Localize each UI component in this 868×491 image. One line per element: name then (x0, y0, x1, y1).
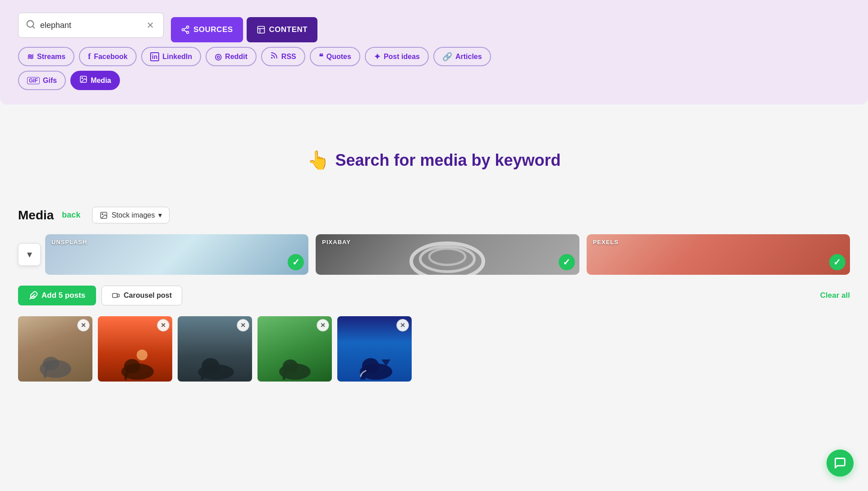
chip-rss[interactable]: RSS (261, 47, 305, 66)
feather-icon (29, 291, 38, 300)
remove-image-3-button[interactable]: ✕ (237, 319, 249, 332)
reddit-icon: ◎ (215, 52, 222, 62)
chip-post-ideas[interactable]: ✦ Post ideas (365, 47, 429, 66)
chat-icon (834, 457, 846, 469)
carousel-icon (112, 291, 120, 300)
facebook-icon: f (88, 52, 91, 61)
search-bar: ✕ (18, 13, 164, 38)
filter-chips-row2: GIF Gifs Media (18, 71, 850, 90)
chip-linkedin[interactable]: in LinkedIn (141, 47, 201, 66)
chip-facebook[interactable]: f Facebook (79, 47, 137, 66)
media-header: Media back Stock images ▾ (18, 207, 850, 223)
unsplash-label: UNSPLASH (51, 239, 87, 246)
chip-streams[interactable]: ≋ Streams (18, 47, 74, 66)
sources-icon (181, 25, 190, 34)
image-sources: UNSPLASH ✓ PIXABAY ✓ (45, 234, 850, 275)
image-thumb-4[interactable]: ✕ (257, 316, 332, 382)
source-card-pixabay[interactable]: PIXABAY ✓ (316, 234, 579, 275)
svg-point-17 (429, 249, 465, 265)
media-icon (79, 75, 87, 86)
svg-point-23 (43, 357, 59, 370)
image-grid: ✕ ✕ (18, 316, 850, 382)
gifs-icon: GIF (27, 77, 40, 84)
svg-rect-21 (117, 294, 119, 297)
keyword-prompt: 👆 Search for media by keyword (18, 150, 850, 171)
rss-icon (270, 51, 278, 62)
image-thumb-5[interactable]: ✕ (337, 316, 412, 382)
remove-image-4-button[interactable]: ✕ (317, 319, 329, 332)
chip-media[interactable]: Media (70, 71, 120, 90)
elephant-silhouette-4 (275, 348, 315, 380)
linkedin-icon: in (150, 52, 159, 61)
search-input[interactable] (40, 21, 145, 30)
pixabay-label: PIXABAY (322, 239, 351, 246)
svg-line-1 (32, 26, 34, 28)
chevron-down-icon: ▾ (27, 249, 32, 260)
chip-reddit[interactable]: ◎ Reddit (206, 47, 257, 66)
unsplash-check: ✓ (288, 254, 304, 270)
media-title: Media (18, 208, 54, 223)
mammoth-silhouette (354, 348, 395, 380)
elephant-silhouette-1 (35, 346, 76, 378)
source-card-unsplash[interactable]: UNSPLASH ✓ (45, 234, 308, 275)
svg-rect-20 (113, 294, 118, 298)
remove-image-5-button[interactable]: ✕ (396, 319, 409, 332)
action-bar: Add 5 posts Carousel post Clear all (18, 286, 850, 305)
carousel-post-button[interactable]: Carousel post (101, 286, 182, 305)
source-card-pexels[interactable]: PEXELS ✓ (587, 234, 850, 275)
back-link[interactable]: back (62, 210, 80, 220)
filter-chips: ≋ Streams f Facebook in LinkedIn ◎ Reddi… (18, 47, 850, 66)
media-section: Media back Stock images ▾ ▾ UNSPLASH ✓ (18, 207, 850, 382)
sources-button[interactable]: SOURCES (171, 17, 243, 42)
main-content: 👆 Search for media by keyword Media back… (0, 105, 868, 382)
chat-fab-button[interactable] (827, 450, 854, 477)
top-section: ✕ SOURCES CONTENT ≋ Streams f Facebook i… (0, 0, 868, 105)
chip-quotes[interactable]: ❝ Quotes (310, 47, 360, 66)
elephant-silhouette-2 (115, 348, 156, 380)
svg-point-12 (82, 77, 83, 78)
image-thumb-3[interactable]: ✕ (178, 316, 252, 382)
content-button[interactable]: CONTENT (247, 17, 318, 42)
svg-rect-7 (257, 27, 264, 33)
search-clear-button[interactable]: ✕ (145, 18, 156, 32)
elephant-silhouette-3 (193, 347, 236, 380)
quotes-icon: ❝ (319, 52, 323, 62)
image-sources-wrapper: ▾ UNSPLASH ✓ PIXABAY (18, 234, 850, 275)
image-thumb-2[interactable]: ✕ (98, 316, 172, 382)
svg-point-10 (271, 58, 272, 59)
svg-point-26 (137, 350, 147, 360)
clear-all-button[interactable]: Clear all (820, 291, 850, 300)
pexels-label: PEXELS (593, 239, 619, 246)
streams-icon: ≋ (27, 52, 34, 62)
scroll-left-button[interactable]: ▾ (18, 243, 41, 266)
articles-icon: 🔗 (442, 52, 452, 62)
chip-articles[interactable]: 🔗 Articles (433, 47, 491, 66)
post-ideas-icon: ✦ (374, 52, 381, 62)
image-thumb-1[interactable]: ✕ (18, 316, 92, 382)
pexels-check: ✓ (829, 254, 845, 270)
stock-dropdown[interactable]: Stock images ▾ (92, 207, 170, 223)
svg-line-6 (184, 27, 187, 29)
svg-line-5 (184, 30, 187, 32)
pixabay-check: ✓ (559, 254, 575, 270)
stock-images-icon (100, 211, 108, 219)
svg-point-14 (102, 214, 103, 214)
chip-gifs[interactable]: GIF Gifs (18, 71, 66, 90)
pixabay-pattern (402, 234, 492, 275)
hand-emoji: 👆 (307, 150, 330, 171)
remove-image-1-button[interactable]: ✕ (77, 319, 90, 332)
remove-image-2-button[interactable]: ✕ (157, 319, 170, 332)
dropdown-chevron-icon: ▾ (158, 211, 162, 219)
search-icon (26, 19, 36, 32)
content-icon (257, 25, 266, 34)
add-posts-button[interactable]: Add 5 posts (18, 286, 96, 305)
svg-point-16 (420, 246, 474, 272)
